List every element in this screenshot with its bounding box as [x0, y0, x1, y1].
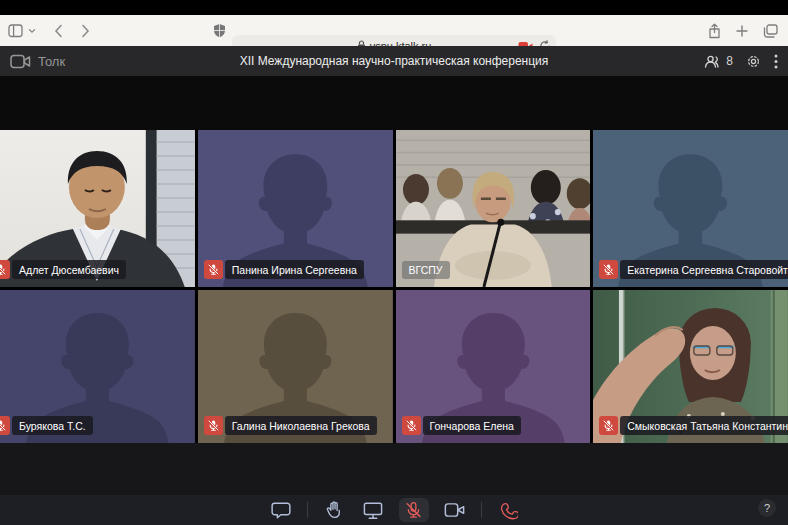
participant-tile[interactable]: Гончарова Елена — [396, 290, 591, 443]
settings-button[interactable] — [746, 54, 761, 69]
chevron-down-icon — [28, 28, 36, 34]
kebab-menu-icon — [774, 54, 778, 69]
mic-muted-badge — [204, 416, 223, 435]
tabs-icon — [763, 24, 778, 38]
chat-icon — [271, 501, 291, 520]
mic-off-icon — [207, 263, 220, 276]
screen-share-icon — [363, 501, 383, 520]
leave-call-icon — [498, 500, 518, 520]
talk-logo-icon — [10, 54, 31, 69]
toolbar-divider — [307, 502, 308, 518]
participant-label: Смыковская Татьяна Константиновна — [599, 416, 788, 435]
forward-icon — [81, 24, 90, 38]
participant-tile[interactable]: ВГСПУ — [396, 130, 591, 287]
new-tab-button[interactable] — [736, 25, 748, 37]
conference-title: XII Международная научно-практическая ко… — [0, 46, 788, 76]
stage-lower: ? — [0, 443, 788, 525]
microphone-muted-icon — [404, 501, 423, 520]
participant-name: Гончарова Елена — [430, 420, 514, 432]
participant-label: Галина Николаевна Грекова — [204, 416, 377, 435]
raise-hand-button[interactable] — [321, 498, 347, 522]
sidebar-toggle[interactable] — [8, 24, 36, 38]
participant-tile[interactable]: Екатерина Сергеевна Старовойтова — [593, 130, 788, 287]
mic-off-icon — [0, 419, 7, 432]
participant-label: Гончарова Елена — [402, 416, 521, 435]
participant-name: Панина Ирина Сергеевна — [232, 264, 357, 276]
participant-tile[interactable]: Галина Николаевна Грекова — [198, 290, 393, 443]
mic-muted-badge — [402, 416, 421, 435]
participant-name: Бурякова Т.С. — [19, 420, 86, 432]
plus-icon — [736, 25, 748, 37]
help-button[interactable]: ? — [758, 499, 776, 517]
privacy-shield-button[interactable] — [213, 15, 226, 46]
mic-off-icon — [405, 419, 418, 432]
mic-muted-badge — [0, 416, 10, 435]
screen-share-button[interactable] — [360, 498, 386, 522]
participant-label: Панина Ирина Сергеевна — [204, 260, 364, 279]
conference-header: Толк XII Международная научно-практическ… — [0, 46, 788, 76]
share-button[interactable] — [708, 23, 721, 39]
participant-tile[interactable]: Бурякова Т.С. — [0, 290, 195, 443]
shield-icon — [213, 23, 226, 38]
mic-off-icon — [0, 263, 7, 276]
video-grid: Адлет Дюсембаевич Панина Ирина Сергеевна — [0, 130, 788, 443]
toolbar-divider — [481, 502, 482, 518]
window-top-strip — [0, 0, 788, 15]
participant-label: ВГСПУ — [402, 261, 450, 279]
share-icon — [708, 23, 721, 39]
browser-toolbar: vspu.ktalk.ru — [0, 15, 788, 47]
app-name: Толк — [38, 54, 65, 69]
chat-button[interactable] — [268, 498, 294, 522]
participant-name: ВГСПУ — [409, 264, 443, 276]
mic-muted-badge — [599, 416, 618, 435]
participants-button[interactable]: 8 — [704, 54, 733, 68]
microphone-button[interactable] — [399, 498, 429, 522]
participants-count: 8 — [726, 54, 733, 68]
sidebar-icon — [8, 24, 25, 38]
mic-muted-badge — [204, 260, 223, 279]
participant-label: Екатерина Сергеевна Старовойтова — [599, 260, 788, 279]
camera-button[interactable] — [442, 498, 468, 522]
raise-hand-icon — [324, 500, 343, 520]
participant-tile[interactable]: Адлет Дюсембаевич — [0, 130, 195, 287]
mic-off-icon — [207, 419, 220, 432]
mic-muted-badge — [599, 260, 618, 279]
screen: vspu.ktalk.ru — [0, 0, 788, 525]
participants-icon — [704, 55, 722, 68]
participant-label: Адлет Дюсембаевич — [0, 260, 126, 279]
mic-muted-badge — [0, 260, 10, 279]
forward-button[interactable] — [81, 24, 90, 38]
participant-tile[interactable]: Смыковская Татьяна Константиновна — [593, 290, 788, 443]
mic-off-icon — [602, 263, 615, 276]
participant-name: Смыковская Татьяна Константиновна — [627, 420, 788, 432]
app-brand: Толк — [10, 46, 65, 76]
more-menu-button[interactable] — [774, 54, 778, 69]
participant-tile[interactable]: Панина Ирина Сергеевна — [198, 130, 393, 287]
participant-name: Галина Николаевна Грекова — [232, 420, 370, 432]
back-icon — [54, 24, 63, 38]
camera-icon — [444, 502, 465, 518]
participant-name: Адлет Дюсембаевич — [19, 264, 119, 276]
call-controls — [0, 495, 788, 525]
tab-overview-button[interactable] — [763, 24, 778, 38]
gear-icon — [746, 54, 761, 69]
leave-call-button[interactable] — [495, 498, 521, 522]
participant-label: Бурякова Т.С. — [0, 416, 93, 435]
mic-off-icon — [602, 419, 615, 432]
back-button[interactable] — [54, 24, 63, 38]
participant-name: Екатерина Сергеевна Старовойтова — [627, 264, 788, 276]
